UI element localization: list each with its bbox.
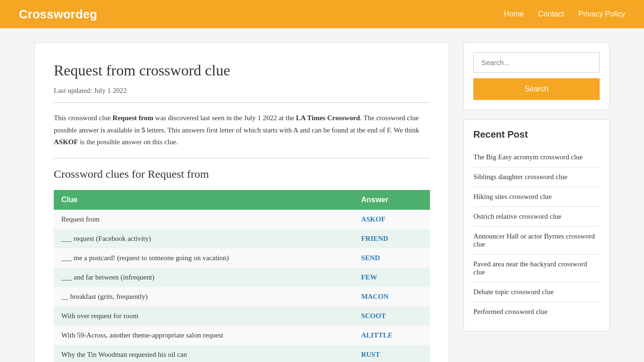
recent-posts-section: Recent Post The Big Easy acronym crosswo…	[463, 119, 610, 331]
table-row: __ breakfast (grits, frequently)MACON	[54, 287, 430, 306]
desc-text-1: This crossword clue	[54, 114, 113, 122]
search-button[interactable]: Search	[473, 78, 600, 100]
table-cell-answer[interactable]: RUST	[354, 345, 430, 362]
description: This crossword clue Request from was dis…	[54, 112, 430, 148]
nav-privacy[interactable]: Privacy Policy	[578, 10, 625, 18]
table-row: ___ me a postcard! (request to someone g…	[54, 248, 430, 268]
table-row: ___ request (Facebook activity)FRIEND	[54, 229, 430, 248]
col-header-clue: Clue	[54, 190, 354, 210]
table-cell-answer[interactable]: ALITTLE	[354, 326, 430, 345]
table-cell-answer[interactable]: SCOOT	[354, 306, 430, 326]
table-cell-clue: ___ request (Facebook activity)	[54, 229, 354, 248]
table-cell-clue: Why the Tin Woodman requested his oil ca…	[54, 345, 354, 362]
recent-post-item[interactable]: Announcer Hall or actor Byrnes crossword…	[473, 227, 600, 255]
nav-home[interactable]: Home	[504, 10, 524, 18]
table-cell-clue: ___ me a postcard! (request to someone g…	[54, 248, 354, 268]
table-cell-answer[interactable]: ASKOF	[354, 210, 430, 229]
table-row: With over request for roomSCOOT	[54, 306, 430, 326]
page-wrapper: Request from crossword clue Last updated…	[20, 42, 624, 362]
page-title: Request from crossword clue	[54, 62, 430, 79]
desc-text-5: is the possible answer on this clue.	[78, 138, 178, 146]
last-updated: Last updated: July 1 2022	[54, 87, 430, 95]
recent-post-item[interactable]: Ostrich relative crossword clue	[473, 207, 600, 227]
clues-table: Clue Answer Request fromASKOF___ request…	[54, 190, 430, 362]
divider-1	[54, 102, 430, 103]
recent-post-item[interactable]: Debate topic crossword clue	[473, 282, 600, 302]
table-cell-answer[interactable]: MACON	[354, 287, 430, 306]
table-cell-clue: With 59-Across, another theme-appropriat…	[54, 326, 354, 345]
search-input[interactable]	[473, 52, 600, 73]
desc-text-2: was discovered last seen in the July 1 2…	[153, 114, 296, 122]
table-cell-clue: Request from	[54, 210, 354, 229]
desc-bold-2: LA Times Crossword	[296, 114, 360, 122]
table-row: With 59-Across, another theme-appropriat…	[54, 326, 430, 345]
search-box: Search	[463, 42, 610, 110]
recent-post-item[interactable]: Hiking sites crossword clue	[473, 187, 600, 207]
table-header-row: Clue Answer	[54, 190, 430, 210]
site-title: Crosswordeg	[19, 7, 97, 22]
table-row: Request fromASKOF	[54, 210, 430, 229]
table-cell-answer[interactable]: SEND	[354, 248, 430, 268]
section-title: Crossword clues for Request from	[54, 168, 430, 181]
table-cell-clue: With over request for room	[54, 306, 354, 326]
table-cell-clue: __ breakfast (grits, frequently)	[54, 287, 354, 306]
recent-posts-list: The Big Easy acronym crossword clueSibli…	[473, 148, 600, 321]
recent-post-item[interactable]: Paved area near the backyard crossword c…	[473, 255, 600, 282]
desc-bold-3: 5	[141, 126, 145, 134]
table-cell-answer[interactable]: FEW	[354, 268, 430, 287]
desc-bold-1: Request from	[113, 114, 154, 122]
table-row: Why the Tin Woodman requested his oil ca…	[54, 345, 430, 362]
table-row: ___ and far between (infrequent)FEW	[54, 268, 430, 287]
main-content: Request from crossword clue Last updated…	[34, 42, 449, 362]
recent-post-item[interactable]: Performed crossword clue	[473, 302, 600, 321]
site-header: Crosswordeg Home Contact Privacy Policy	[0, 0, 644, 28]
recent-post-item[interactable]: The Big Easy acronym crossword clue	[473, 148, 600, 167]
recent-post-item[interactable]: Siblings daughter crossword clue	[473, 167, 600, 187]
desc-bold-4: ASKOF	[54, 138, 78, 146]
col-header-answer: Answer	[354, 190, 430, 210]
main-nav: Home Contact Privacy Policy	[504, 10, 625, 18]
table-cell-answer[interactable]: FRIEND	[354, 229, 430, 248]
divider-2	[54, 158, 430, 158]
desc-text-4: letters. This answers first letter of wh…	[145, 126, 420, 134]
nav-contact[interactable]: Contact	[538, 10, 564, 18]
sidebar: Search Recent Post The Big Easy acronym …	[463, 42, 610, 362]
recent-posts-title: Recent Post	[473, 129, 600, 140]
table-cell-clue: ___ and far between (infrequent)	[54, 268, 354, 287]
